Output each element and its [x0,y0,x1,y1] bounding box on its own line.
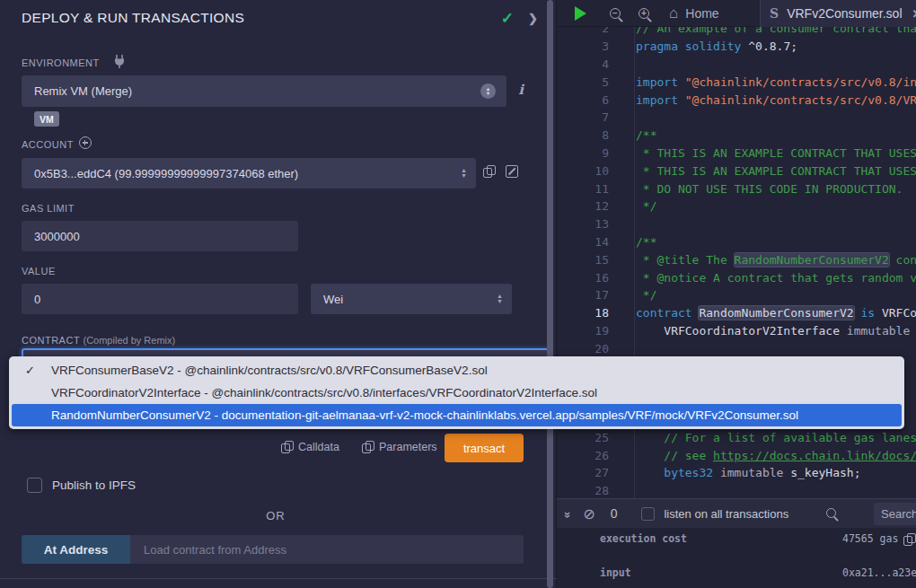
selected-check-icon: ✓ [25,364,35,377]
code-line: 26 // see https://docs.chain.link/docs/v… [557,446,916,464]
line-number: 2 [557,27,609,35]
listen-all-transactions-checkbox[interactable] [641,507,655,521]
transaction-count-badge: 0 [611,506,618,521]
line-number: 6 [557,93,609,107]
terminal-search-icon [826,505,836,522]
copy-calldata-icon [281,441,292,453]
line-number: 8 [557,128,609,142]
line-number: 17 [557,288,609,302]
gas-limit-input[interactable] [34,230,286,243]
deploy-run-panel: DEPLOY & RUN TRANSACTIONS ✓ ❯ ENVIRONMEN… [0,0,557,588]
panel-bottom-divider [0,578,557,579]
panel-collapse-chevron-icon[interactable]: ❯ [528,12,538,25]
contract-option-label: VRFCoordinatorV2Interface - @chainlink/c… [51,386,597,399]
value-unit: Wei [323,293,343,306]
contract-option[interactable]: VRFCoordinatorV2Interface - @chainlink/c… [12,382,902,404]
terminal-bar: » ⊘ 0 listen on all transactions [557,498,916,528]
listen-all-transactions-row: listen on all transactions [641,507,788,521]
at-address-button[interactable]: At Address [22,535,130,564]
edit-account-icon[interactable] [506,165,518,178]
line-number: 10 [557,164,609,178]
compile-success-check-icon: ✓ [501,9,514,28]
code-line: 18contract RandomNumberConsumerV2 is VRF… [557,304,916,322]
line-number: 16 [557,271,609,285]
select-arrows-icon: ▲▼ [497,294,503,304]
value-unit-select[interactable]: Wei ▲▼ [311,284,512,314]
code-line: 14/** [557,233,916,251]
environment-select[interactable]: Remix VM (Merge) ▲▼ [22,75,506,107]
add-account-icon[interactable] [79,136,92,149]
line-number: 15 [557,253,609,267]
terminal-row-value: 0xa21...a23e4 [842,566,916,579]
line-number: 20 [557,342,609,355]
code-line: 15 * @title The RandomNumberConsumerV2 c… [557,250,916,268]
publish-to-ipfs-row: Publish to IPFS [27,478,136,493]
value-input[interactable] [34,293,286,306]
code-line: 19 VRFCoordinatorV2Interface immutable C… [557,322,916,340]
contract-label: CONTRACT (Compiled by Remix) [22,335,175,346]
plug-icon [112,54,127,69]
tab-vrfv2consumer[interactable]: S VRFv2Consumer.sol ✕ [760,0,916,27]
publish-ipfs-checkbox[interactable] [27,478,42,493]
copy-value-icon[interactable] [903,533,912,544]
contract-sublabel: (Compiled by Remix) [83,335,175,346]
code-line: 7 [557,109,916,127]
code-line: 13 [557,215,916,233]
line-number: 4 [557,57,609,71]
select-arrows-icon: ▲▼ [461,168,467,179]
transact-button[interactable]: transact [445,434,524,462]
line-number: 27 [557,466,609,479]
account-select[interactable]: 0x5B3...eddC4 (99.99999999999997374068 e… [22,158,476,189]
environment-info-icon[interactable]: i [515,82,527,98]
clear-console-icon[interactable]: ⊘ [583,505,595,522]
contract-option[interactable]: RandomNumberConsumerV2 - documentation-g… [12,404,902,426]
value-label: VALUE [22,266,56,276]
tab-home[interactable]: ⌂ Home [669,4,719,22]
zoom-in-icon[interactable]: + [639,8,649,19]
run-script-play-icon[interactable] [575,6,586,21]
line-number: 3 [557,39,609,53]
remix-ide: DEPLOY & RUN TRANSACTIONS ✓ ❯ ENVIRONMEN… [0,0,916,588]
code-line: 28 [557,482,916,498]
solidity-file-icon: S [770,6,779,21]
line-number: 7 [557,110,609,124]
panel-scrollbar[interactable] [547,0,553,588]
code-line: 6import "@chainlink/contracts/src/v0.8/V… [557,91,916,109]
code-line: 10 * THIS IS AN EXAMPLE CONTRACT THAT US… [557,162,916,180]
terminal-detail-row: execution cost47565 gas [600,531,916,546]
line-number: 9 [557,146,609,160]
code-line: 16 * @notice A contract that gets random… [557,268,916,286]
line-number: 13 [557,217,609,231]
code-line: 25 // For a list of available gas lanes … [557,428,916,446]
terminal-search-input[interactable] [874,503,916,525]
code-line: 9 * THIS IS AN EXAMPLE CONTRACT THAT USE… [557,145,916,162]
gas-limit-label: GAS LIMIT [22,203,75,214]
line-number: 25 [557,431,609,444]
terminal-detail-row: input0xa21...a23e4 [600,566,916,580]
code-line: 4 [557,56,916,74]
terminal-row-value: 47565 gas [842,532,898,545]
line-number: 26 [557,449,609,462]
publish-ipfs-label: Publish to IPFS [52,478,136,492]
contract-dropdown-list: ✓VRFConsumerBaseV2 - @chainlink/contract… [9,356,904,429]
zoom-out-icon[interactable]: − [610,8,621,19]
calldata-button[interactable]: Calldata [281,441,339,453]
parameters-button[interactable]: Parameters [362,441,437,453]
vm-badge: VM [34,111,59,127]
expand-terminal-icon[interactable]: » [561,511,575,515]
copy-account-icon[interactable] [483,165,494,178]
line-number: 14 [557,235,609,249]
line-number: 11 [557,182,609,196]
environment-value: Remix VM (Merge) [34,84,132,98]
panel-title: DEPLOY & RUN TRANSACTIONS [22,10,501,26]
contract-option[interactable]: ✓VRFConsumerBaseV2 - @chainlink/contract… [12,359,902,382]
line-number: 5 [557,75,609,89]
line-number: 18 [557,306,609,320]
code-line: 17 */ [557,286,916,304]
code-line: 5import "@chainlink/contracts/src/v0.8/i… [557,73,916,91]
line-number: 28 [557,484,609,497]
at-address-input[interactable] [130,535,524,564]
code-line: 2// An example of a consumer contract th… [557,27,916,38]
close-tab-icon[interactable]: ✕ [912,7,916,21]
value-field [22,284,298,314]
